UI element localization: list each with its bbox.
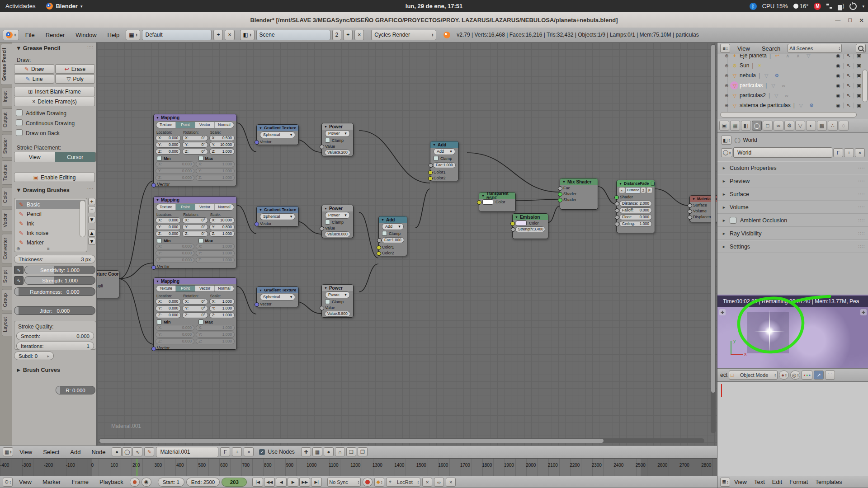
- outliner-row[interactable]: ⊕ particulas| ◉ ↖ ▣: [717, 80, 868, 90]
- group-value-field[interactable]: Ceiling:1.000: [619, 221, 652, 227]
- window-title-bar[interactable]: Blender* [/mnt/SLAVE 3/MEGASync/DISEÑO G…: [0, 12, 868, 28]
- blender-menu-button[interactable]: ▴▾: [3, 30, 19, 40]
- rotation-field[interactable]: Y:0°: [182, 224, 208, 230]
- max-checkbox[interactable]: Max: [195, 155, 237, 161]
- color-swatch[interactable]: [516, 221, 527, 226]
- group-name-field[interactable]: Distanc: [626, 187, 640, 193]
- scene-close-button[interactable]: ×: [354, 30, 364, 40]
- editor-type-button[interactable]: ▦▴▾: [3, 447, 13, 456]
- add-color-node[interactable]: ▼Add Color Add▾ Clamp Fac:1.000 Color1 C…: [430, 141, 459, 181]
- next-keyframe-button[interactable]: ▶▶: [299, 478, 310, 487]
- scale-field[interactable]: Z:1.000: [209, 231, 235, 237]
- manipulator-axes-icon[interactable]: •••: [802, 371, 812, 380]
- scene-users-button[interactable]: 2: [332, 30, 342, 40]
- jump-to-start-button[interactable]: |◀: [252, 478, 263, 487]
- tool-shelf-tab[interactable]: Group: [2, 289, 12, 311]
- tool-shelf-tab[interactable]: Color: [2, 187, 12, 207]
- scene-add-button[interactable]: +: [343, 30, 353, 40]
- editor-type-button[interactable]: ≣▴▾: [720, 478, 730, 487]
- rotation-field[interactable]: Y:0°: [182, 142, 208, 148]
- brush-move-up-button[interactable]: ▲: [88, 230, 95, 237]
- region-expand-right-button[interactable]: ✚: [860, 309, 867, 315]
- node-menu-node[interactable]: Node: [87, 449, 110, 455]
- scale-field[interactable]: Y:1.000: [209, 305, 235, 311]
- properties-panel-header[interactable]: ► Settings∷∷: [717, 240, 868, 253]
- blend-mode-select[interactable]: Add▾: [382, 223, 404, 230]
- delete-keyframe-icon[interactable]: ×: [446, 478, 456, 487]
- texture-tab-icon[interactable]: ▩: [817, 121, 827, 131]
- physics-tab-icon[interactable]: ◌: [839, 121, 849, 131]
- fac-field[interactable]: Fac:1.000: [382, 237, 404, 243]
- menu-file[interactable]: File: [21, 32, 39, 38]
- shader-input-socket[interactable]: [688, 209, 692, 214]
- restrict-view-icon[interactable]: ◉: [833, 63, 843, 69]
- preview-range-icon[interactable]: [130, 478, 140, 487]
- add-color-node[interactable]: ▼Add Color Add▾ Clamp Fac:1.000 Color1 C…: [378, 216, 407, 256]
- gradient-type-select[interactable]: Spherical▾: [260, 131, 295, 138]
- temperature-indicator[interactable]: 16°: [793, 3, 809, 9]
- render-engine-select[interactable]: Cycles Render▴▾: [371, 30, 436, 40]
- clear-keying-set-button[interactable]: ×: [422, 478, 432, 487]
- scene-tab-icon[interactable]: ◧: [741, 121, 751, 131]
- restrict-render-icon[interactable]: ▣: [854, 103, 864, 108]
- brush-remove-button[interactable]: −: [88, 206, 95, 213]
- timeline-menu-marker[interactable]: Marker: [38, 479, 65, 485]
- restrict-select-icon[interactable]: ↖: [843, 93, 854, 99]
- volume-icon[interactable]: [838, 4, 844, 9]
- node-menu-view[interactable]: View: [15, 449, 37, 455]
- scene-field[interactable]: Scene: [256, 30, 330, 40]
- brush-curves-panel-header[interactable]: ► Brush Curves: [16, 367, 60, 373]
- iterations-field[interactable]: Iterations:1: [16, 342, 94, 350]
- placement-cursor-button[interactable]: Cursor: [55, 152, 96, 162]
- clock[interactable]: lun, 29 de ene, 17:51: [406, 3, 462, 9]
- brush-list-scrollbar[interactable]: [80, 200, 85, 237]
- scale-field[interactable]: Y:10.000: [209, 142, 235, 148]
- location-field[interactable]: X:0.000: [156, 217, 181, 223]
- layout-add-button[interactable]: +: [213, 30, 223, 40]
- location-field[interactable]: Z:0.000: [156, 312, 181, 318]
- poly-button[interactable]: ▽Poly: [55, 74, 95, 84]
- text-menu-edit[interactable]: Edit: [769, 479, 785, 485]
- world-datablock-icon[interactable]: ◯▴▾: [721, 148, 732, 157]
- render-tab-icon[interactable]: ▣: [719, 121, 729, 131]
- text-menu-text[interactable]: Text: [751, 479, 768, 485]
- tool-shelf-tab[interactable]: Shader: [2, 134, 12, 158]
- outliner-row[interactable]: ⊕ sistema de particulas| ◉ ↖ ▣: [717, 100, 868, 110]
- scale-field[interactable]: X:1.000: [209, 299, 235, 305]
- properties-panel-header[interactable]: ► Preview∷∷: [717, 174, 868, 188]
- math-operation-select[interactable]: Power▾: [325, 130, 350, 137]
- mapping-type-tabs[interactable]: TexturePointVectorNormal: [156, 204, 234, 211]
- menu-help[interactable]: Help: [103, 32, 124, 38]
- timeline-menu-playback[interactable]: Playback: [95, 479, 128, 485]
- outliner-menu-search[interactable]: Search: [757, 45, 785, 52]
- scale-field[interactable]: Z:1.000: [209, 149, 235, 155]
- lock-time-icon[interactable]: ◉: [142, 478, 151, 487]
- editor-type-button[interactable]: ◧▴▾: [721, 136, 731, 145]
- tool-shelf-tab[interactable]: Input: [2, 87, 12, 106]
- location-field[interactable]: Z:0.000: [156, 231, 181, 237]
- render-layers-tab-icon[interactable]: ▦: [730, 121, 740, 131]
- rotation-field[interactable]: X:0°: [182, 299, 208, 305]
- scene-icon[interactable]: ◧▴▾: [240, 30, 255, 40]
- fac-field[interactable]: Fac:1.000: [433, 162, 456, 168]
- continuous-drawing-checkbox[interactable]: Continuous Drawing: [16, 119, 75, 127]
- network-icon[interactable]: [826, 4, 832, 9]
- restrict-view-icon[interactable]: ◉: [833, 73, 843, 79]
- rotate-manipulator-icon[interactable]: ⌒: [825, 371, 835, 380]
- brush-specials-button[interactable]: ▼: [88, 216, 95, 223]
- delete-frame-button[interactable]: ×Delete Frame(s): [14, 97, 95, 106]
- brush-list-item[interactable]: ✎Marker: [16, 238, 85, 247]
- unlink-material-button[interactable]: ×: [244, 447, 254, 456]
- play-button[interactable]: ▶: [288, 478, 298, 487]
- sensitivity-curve-icon[interactable]: ∿: [14, 266, 24, 274]
- draw-button[interactable]: ✎Draw: [14, 64, 54, 74]
- restrict-select-icon[interactable]: ↖: [843, 103, 854, 108]
- restrict-view-icon[interactable]: ◉: [833, 54, 843, 59]
- enable-editing-button[interactable]: ▣Enable Editing: [14, 173, 95, 182]
- properties-panel-header[interactable]: ► Volume∷∷: [717, 201, 868, 214]
- gradient-texture-node[interactable]: ▼Gradient Texture Color Fac Spherical▾ V…: [256, 206, 299, 227]
- node-menu-select[interactable]: Select: [38, 449, 64, 455]
- backdrop-icon[interactable]: ●: [324, 447, 334, 456]
- tool-shelf-tab[interactable]: Converter: [2, 234, 12, 263]
- ao-checkbox[interactable]: [730, 217, 736, 224]
